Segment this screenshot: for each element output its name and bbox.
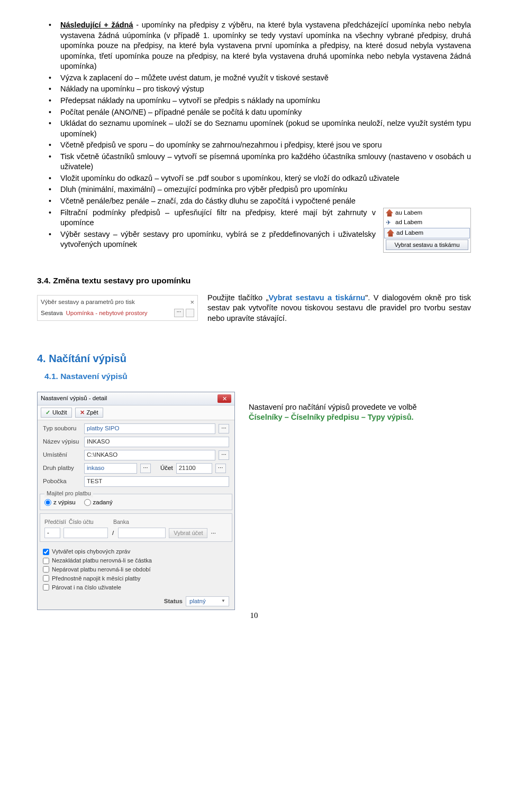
page-number: 10	[37, 610, 471, 621]
radio-from-statement[interactable]: z výpisu	[44, 499, 76, 507]
close-icon[interactable]: ×	[190, 298, 194, 307]
list-item: Náklady na upomínku – pro tiskový výstup	[37, 84, 471, 95]
statement-settings-dialog: Nastavení výpisů - detail ✕ ✓Uložit ✕Zpě…	[37, 392, 235, 610]
heading-4: 4. Načítání výpisů	[37, 352, 471, 366]
heading-4-1: 4.1. Nastavení výpisů	[44, 371, 471, 382]
x-icon: ✕	[80, 409, 85, 417]
check-option[interactable]: Párovat i na číslo uživatele	[43, 583, 231, 592]
options-button[interactable]	[186, 309, 194, 317]
popup-row[interactable]: ✈ad Labem	[384, 218, 470, 227]
bank-input[interactable]	[118, 528, 166, 538]
list-item: Včetně penále/bez penále – značí, zda do…	[37, 196, 471, 207]
check-option[interactable]: Vytvářet opis chybových zpráv	[43, 547, 231, 556]
back-button[interactable]: ✕Zpět	[75, 408, 103, 418]
col-label: Předčíslí	[44, 518, 66, 525]
account-number-input[interactable]	[64, 528, 108, 538]
status-select[interactable]: platný▼	[186, 596, 229, 607]
dialog-toolbar: ✓Uložit ✕Zpět	[38, 405, 234, 420]
bullet-lead: Následující + žádná	[60, 21, 133, 29]
browse-button[interactable]: ···	[215, 464, 226, 473]
list-item: Tisk včetně účastníků smlouvy – vytvoří …	[37, 152, 471, 172]
list-item: Výzva k zaplacení do – můžete uvést datu…	[37, 73, 471, 84]
status-label: Status	[164, 597, 183, 606]
account-input[interactable]: 21100	[176, 463, 212, 474]
select-report-printer-ref: Vybrat sestavu a tiskárnu	[268, 293, 365, 302]
check-option[interactable]: Nezakládat platbu nerovná-li se částka	[43, 556, 231, 565]
save-button[interactable]: ✓Uložit	[41, 408, 72, 418]
options-checks: Vytvářet opis chybových zpráv Nezakládat…	[38, 545, 234, 594]
file-type-input[interactable]: platby SIPO	[84, 423, 215, 434]
prefix-input[interactable]: -	[44, 528, 60, 538]
branch-input[interactable]: TEST	[84, 476, 229, 487]
field-label: Typ souboru	[43, 425, 81, 433]
browse-button[interactable]: ···	[211, 529, 216, 538]
list-item: Dluh (minimální, maximální) – omezující …	[37, 184, 471, 195]
list-item: au Labem ✈ad Labem ad Labem Vybrat sesta…	[37, 208, 471, 228]
payment-type-input[interactable]: inkaso	[84, 463, 137, 474]
list-item: Počítat penále (ANO/NE) – případné penál…	[37, 107, 471, 118]
chevron-down-icon: ▼	[221, 598, 225, 604]
dialog-titlebar: Nastavení výpisů - detail ✕	[38, 392, 234, 405]
home-icon	[386, 209, 393, 217]
report-select-panel: Výběr sestavy a parametrů pro tisk × Ses…	[37, 295, 198, 321]
paragraph-4-1: Nastavení pro načítání výpisů provedete …	[249, 390, 471, 423]
rocket-icon: ✈	[386, 219, 393, 226]
check-option[interactable]: Přednostně napojit k měsíci platby	[43, 574, 231, 583]
feature-list: Následující + žádná - upomínky na předpi…	[37, 20, 471, 250]
menu-path: Číselníky – Číselníky předpisu – Typy vý…	[249, 413, 414, 421]
radio-given[interactable]: zadaný	[84, 499, 113, 507]
field-label: Pobočka	[43, 477, 81, 486]
browse-button[interactable]: ···	[219, 424, 229, 433]
sestava-label: Sestava	[41, 309, 63, 318]
select-account-button[interactable]: Vybrat účet	[169, 528, 207, 538]
account-group: Předčíslí Číslo účtu Banka - / Vybrat úč…	[40, 513, 232, 542]
list-item: Výběr sestavy – výběr sestavy pro upomín…	[37, 229, 471, 250]
check-option[interactable]: Nepárovat platbu nerovná-li se období	[43, 565, 231, 574]
sestava-value: Upomínka - nebytové prostory	[66, 309, 173, 318]
field-label: Účet	[160, 464, 173, 473]
group-title: Majitel pro platbu	[44, 490, 93, 497]
popup-row[interactable]: au Labem	[384, 208, 470, 218]
list-item: Předepsat náklady na upomínku – vytvoří …	[37, 96, 471, 106]
browse-button[interactable]: ···	[219, 450, 229, 460]
close-icon[interactable]: ✕	[217, 394, 231, 403]
list-item: Vložit upomínku do odkazů – vytvoří se .…	[37, 173, 471, 184]
list-item: Včetně předpisů ve sporu – do upomínky s…	[37, 140, 471, 151]
check-icon: ✓	[46, 409, 50, 417]
list-item: Ukládat do seznamu upomínek – uloží se d…	[37, 118, 471, 139]
field-label: Druh platby	[43, 464, 81, 473]
list-item: Následující + žádná - upomínky na předpi…	[37, 20, 471, 72]
dialog-title: Nastavení výpisů - detail	[41, 394, 217, 403]
path-input[interactable]: C:\INKASO	[84, 450, 215, 460]
panel-title: Výběr sestavy a parametrů pro tisk	[41, 298, 135, 307]
col-label: Banka	[113, 518, 145, 525]
browse-button[interactable]: ···	[174, 309, 184, 317]
name-input[interactable]: INKASO	[84, 437, 229, 447]
heading-3-4: 3.4. Změna textu sestavy pro upomínku	[37, 275, 471, 287]
col-label: Číslo účtu	[69, 518, 110, 525]
browse-button[interactable]: ···	[140, 464, 151, 473]
field-label: Umístění	[43, 451, 81, 459]
field-label: Název výpisu	[43, 438, 81, 446]
owner-group: Majitel pro platbu z výpisu zadaný	[40, 494, 232, 511]
